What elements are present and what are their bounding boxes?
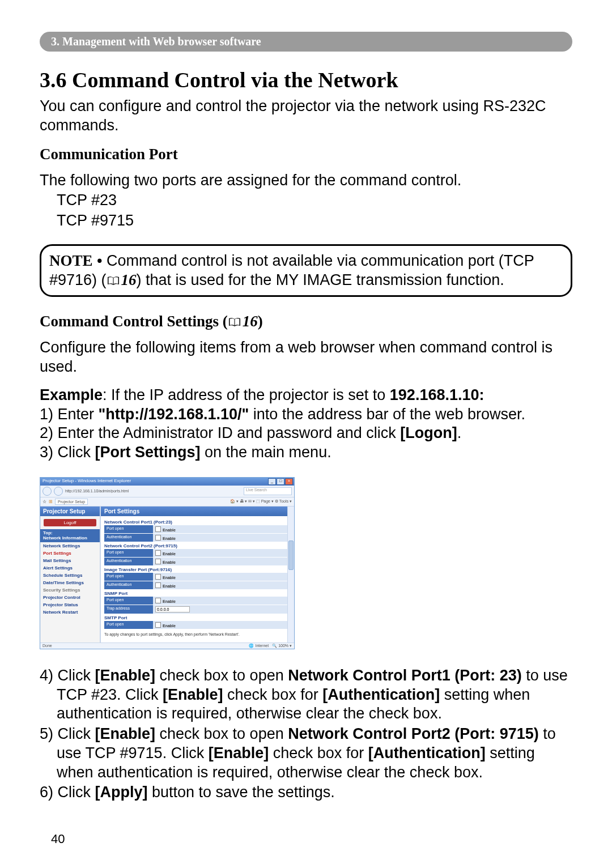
- logoff-button[interactable]: Logoff: [44, 519, 96, 526]
- nc1-port-open-checkbox[interactable]: [155, 526, 161, 532]
- sidebar-link-alert-settings[interactable]: Alert Settings: [40, 564, 100, 572]
- note-bullet: •: [93, 252, 107, 269]
- sidebar-link-network-settings[interactable]: Network Settings: [40, 542, 100, 550]
- apply-hint: To apply changes to port settings, click…: [101, 631, 294, 637]
- minimize-button[interactable]: _: [268, 478, 276, 485]
- nc1-auth-checkbox[interactable]: [155, 535, 161, 541]
- example-text: : If the IP address of the projector is …: [103, 386, 390, 403]
- nc1-port-open-row: Port openEnable: [104, 525, 291, 533]
- communication-port-heading: Communication Port: [40, 146, 572, 163]
- step-3: 3) Click [Port Settings] on the main men…: [40, 443, 572, 462]
- back-button[interactable]: [42, 487, 52, 496]
- example-line: Example: If the IP address of the projec…: [40, 386, 572, 405]
- section-itp-heading: Image Transfer Port (Port:9716): [104, 567, 291, 572]
- command-settings-heading-close: ): [258, 313, 263, 330]
- itp-port-open-row: Port openEnable: [104, 573, 291, 581]
- smtp-port-open-checkbox[interactable]: [155, 622, 161, 628]
- example-label: Example: [40, 386, 103, 403]
- status-zoom[interactable]: 🔍 100% ▾: [272, 644, 292, 648]
- nc2-auth-checkbox[interactable]: [155, 559, 161, 564]
- address-bar[interactable]: http://192.168.1.10/admin/ports.html: [65, 489, 241, 493]
- itp-auth-checkbox[interactable]: [155, 582, 161, 588]
- nc2-port-open-checkbox[interactable]: [155, 550, 161, 556]
- sidebar-link-network-restart[interactable]: Network Restart: [40, 609, 100, 616]
- forward-button[interactable]: [54, 487, 63, 496]
- sidebar-link-schedule-settings[interactable]: Schedule Settings: [40, 572, 100, 579]
- command-settings-heading: Command Control Settings (16): [40, 313, 572, 330]
- step-1: 1) Enter "http://192.168.1.10/" into the…: [40, 405, 572, 424]
- window-title-bar: Projector Setup - Windows Internet Explo…: [40, 478, 294, 486]
- snmp-trap-row: Trap address: [104, 605, 291, 614]
- scrollbar[interactable]: [287, 507, 294, 643]
- sidebar: Projector Setup Logoff Top: Network Info…: [40, 507, 100, 643]
- itp-port-open-checkbox[interactable]: [155, 574, 161, 580]
- chapter-bar: 3. Management with Web browser software: [40, 32, 572, 52]
- nc2-port-open-row: Port openEnable: [104, 549, 291, 557]
- sidebar-link-datetime-settings[interactable]: Date/Time Settings: [40, 579, 100, 586]
- close-button[interactable]: ×: [285, 478, 293, 485]
- snmp-trap-address-input[interactable]: [155, 606, 190, 612]
- sidebar-link-mail-settings[interactable]: Mail Settings: [40, 557, 100, 564]
- page-number: 40: [51, 832, 65, 846]
- maximize-button[interactable]: □: [277, 478, 284, 485]
- command-settings-heading-text: Command Control Settings (: [40, 313, 228, 330]
- communication-port-text: The following two ports are assigned for…: [40, 171, 572, 190]
- port-line-1: TCP #23: [40, 191, 572, 210]
- sidebar-link-port-settings[interactable]: Port Settings: [40, 550, 100, 557]
- note-page-ref: 16: [121, 271, 137, 288]
- sidebar-link-security-settings[interactable]: Security Settings: [40, 586, 100, 594]
- step-2: 2) Enter the Administrator ID and passwo…: [40, 424, 572, 443]
- intro-text: You can configure and control the projec…: [40, 97, 572, 135]
- status-left: Done: [42, 644, 52, 648]
- command-settings-ref: 16: [243, 313, 258, 330]
- sidebar-header: Projector Setup: [40, 507, 100, 516]
- main-header: Port Settings: [101, 507, 294, 516]
- search-box[interactable]: Live Search: [244, 487, 292, 495]
- feeds-icon[interactable]: ⊞: [49, 499, 53, 504]
- snmp-port-open-row: Port openEnable: [104, 597, 291, 605]
- window-title-text: Projector Setup - Windows Internet Explo…: [42, 478, 131, 483]
- sidebar-top-block[interactable]: Top: Network Information: [40, 529, 100, 542]
- step-5: 5) Click [Enable] check box to open Netw…: [40, 725, 572, 782]
- main-panel: Port Settings Network Control Port1 (Por…: [100, 507, 294, 643]
- nc1-auth-row: AuthenticationEnable: [104, 534, 291, 542]
- section-title: 3.6 Command Control via the Network: [40, 67, 572, 92]
- note-box: NOTE • Command control is not available …: [40, 244, 572, 297]
- sidebar-link-projector-status[interactable]: Projector Status: [40, 601, 100, 609]
- section-snmp-heading: SNMP Port: [104, 591, 291, 596]
- port-line-2: TCP #9715: [40, 211, 572, 231]
- sidebar-link-projector-control[interactable]: Projector Control: [40, 594, 100, 601]
- step-4: 4) Click [Enable] check box to open Netw…: [40, 666, 572, 724]
- nc2-auth-row: AuthenticationEnable: [104, 558, 291, 565]
- browser-tab[interactable]: Projector Setup: [55, 499, 88, 505]
- itp-auth-row: AuthenticationEnable: [104, 581, 291, 589]
- book-icon: [228, 317, 241, 327]
- step-6: 6) Click [Apply] button to save the sett…: [40, 783, 572, 802]
- status-internet: 🌐 Internet: [249, 644, 269, 648]
- port-settings-screenshot: Projector Setup - Windows Internet Explo…: [40, 477, 572, 649]
- toolbar-right[interactable]: 🏠 ▾ 🖶 ▾ ✉ ▾ ⬚ Page ▾ ⚙ Tools ▾: [230, 499, 292, 504]
- smtp-port-open-row: Port openEnable: [104, 621, 291, 629]
- favorites-icon[interactable]: ☆: [42, 499, 46, 504]
- section-nc1-heading: Network Control Port1 (Port:23): [104, 520, 291, 525]
- example-ip: 192.168.1.10:: [390, 386, 484, 403]
- book-icon: [107, 276, 120, 286]
- note-label: NOTE: [49, 252, 93, 269]
- section-nc2-heading: Network Control Port2 (Port:9715): [104, 543, 291, 548]
- note-text-2: ) that is used for the MY IMAGE transmis…: [137, 271, 504, 288]
- section-smtp-heading: SMTP Port: [104, 615, 291, 620]
- snmp-port-open-checkbox[interactable]: [155, 598, 161, 603]
- command-settings-intro: Configure the following items from a web…: [40, 338, 572, 377]
